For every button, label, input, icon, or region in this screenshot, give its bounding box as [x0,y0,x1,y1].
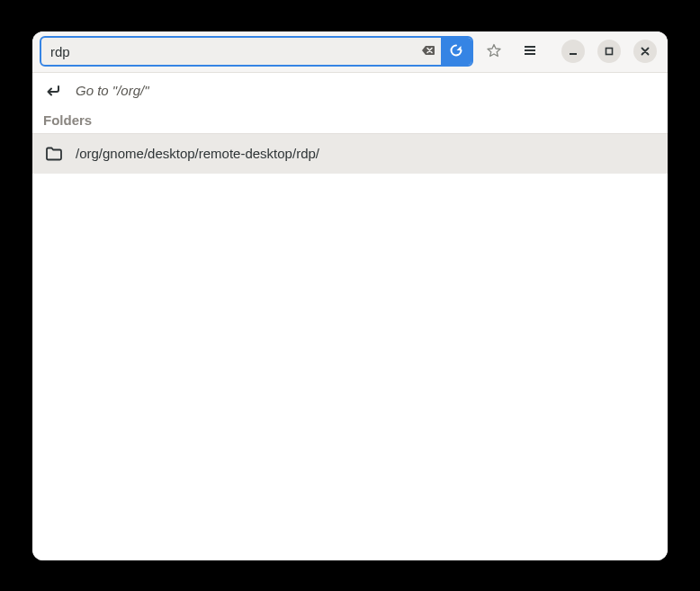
folders-section-header: Folders [32,109,668,134]
backspace-icon [421,43,435,60]
svg-rect-3 [570,53,577,55]
header-bar [32,31,668,73]
content-area: Go to "/org/" Folders /org/gnome/desktop… [32,73,668,560]
svg-rect-2 [525,53,535,55]
minimize-button[interactable] [561,40,585,63]
reload-icon [449,43,463,60]
goto-label: Go to "/org/" [76,83,149,98]
svg-rect-0 [525,46,535,48]
svg-rect-1 [525,49,535,51]
folder-icon [43,143,65,165]
close-icon [641,47,650,56]
app-window: Go to "/org/" Folders /org/gnome/desktop… [32,31,668,560]
menu-button[interactable] [515,36,545,67]
search-input[interactable] [41,38,416,65]
reload-button[interactable] [441,38,471,65]
bookmark-button[interactable] [479,36,509,67]
folder-path-label: /org/gnome/desktop/remote-desktop/rdp/ [76,146,319,161]
minimize-icon [569,47,578,56]
maximize-icon [605,47,614,56]
goto-row[interactable]: Go to "/org/" [32,73,668,109]
svg-rect-4 [606,49,613,55]
search-group [40,36,473,67]
maximize-button[interactable] [597,40,621,63]
folder-row[interactable]: /org/gnome/desktop/remote-desktop/rdp/ [32,134,668,174]
clear-search-button[interactable] [416,38,441,65]
star-icon [487,43,501,60]
hamburger-icon [523,43,537,60]
return-arrow-icon [45,82,63,100]
close-button[interactable] [633,40,657,63]
